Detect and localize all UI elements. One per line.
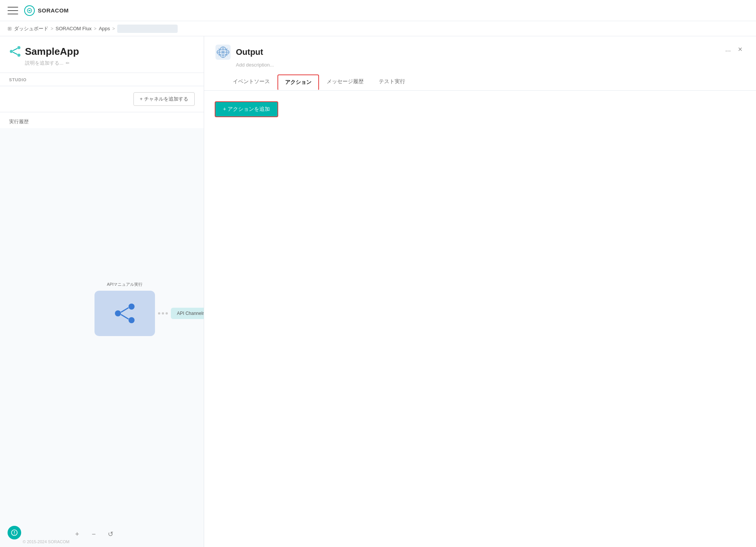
app-name: SampleApp	[25, 46, 79, 57]
node-share-icon	[113, 302, 136, 325]
tab-message-history[interactable]: メッセージ履歴	[319, 74, 371, 90]
support-icon	[11, 529, 18, 536]
svg-point-1	[10, 50, 13, 53]
breadcrumb-flux[interactable]: SORACOM Flux	[56, 26, 91, 31]
connector-dot-3	[166, 312, 168, 315]
connector-dot-1	[158, 312, 160, 315]
main-area: SampleApp 説明を追加する... ✏ STUDIO + チャネルを追加す…	[0, 36, 756, 547]
svg-point-8	[129, 317, 135, 323]
canvas-area: APIマニュアル実行	[0, 128, 204, 547]
node-connector	[158, 312, 168, 315]
breadcrumb-dashboard-icon: ⊞	[8, 26, 12, 31]
svg-line-9	[121, 308, 129, 312]
zoom-out-button[interactable]: −	[88, 529, 99, 539]
app-header: SampleApp 説明を追加する... ✏	[0, 36, 204, 73]
more-options-button[interactable]: ...	[723, 44, 733, 54]
top-navbar: SORACOM	[0, 0, 756, 21]
logo-text: SORACOM	[38, 7, 69, 14]
logo-area: SORACOM	[24, 5, 69, 16]
support-button[interactable]	[8, 526, 21, 539]
panel-desc: Add description...	[236, 62, 745, 68]
left-panel: SampleApp 説明を追加する... ✏ STUDIO + チャネルを追加す…	[0, 36, 204, 547]
add-action-button[interactable]: + アクションを追加	[215, 101, 278, 117]
channel-node[interactable]: API Channeln...	[171, 308, 204, 319]
output-icon	[215, 44, 231, 60]
app-desc-text: 説明を追加する...	[25, 60, 64, 67]
svg-point-6	[115, 310, 121, 316]
connector-dot-2	[162, 312, 164, 315]
svg-point-3	[17, 54, 20, 57]
svg-point-2	[17, 46, 20, 49]
studio-label: STUDIO	[9, 77, 26, 82]
bottom-left	[8, 526, 21, 539]
refresh-button[interactable]: ↺	[105, 529, 116, 539]
breadcrumb: ⊞ ダッシュボード > SORACOM Flux > Apps >	[8, 25, 178, 33]
svg-line-4	[13, 48, 17, 51]
breadcrumb-sep-3: >	[112, 26, 115, 31]
app-title-row: SampleApp	[9, 45, 195, 57]
soracom-logo-icon	[24, 5, 35, 16]
add-channel-button[interactable]: + チャネルを追加する	[133, 92, 195, 106]
panel-title-row: Output ... ×	[215, 44, 745, 60]
panel-header: Output ... × Add description... イベントソース …	[204, 36, 756, 91]
close-panel-button[interactable]: ×	[735, 44, 745, 54]
history-label: 実行履歴	[0, 112, 204, 128]
tabs-row: イベントソース アクション メッセージ履歴 テスト実行	[215, 74, 745, 90]
edit-desc-icon[interactable]: ✏	[66, 60, 70, 66]
tab-event-source[interactable]: イベントソース	[225, 74, 277, 90]
breadcrumb-dashboard[interactable]: ダッシュボード	[14, 25, 48, 32]
breadcrumb-bar: ⊞ ダッシュボード > SORACOM Flux > Apps >	[0, 21, 756, 36]
tab-test-run[interactable]: テスト実行	[371, 74, 413, 90]
flow-container: APIマニュアル実行	[94, 291, 204, 336]
node-box[interactable]: APIマニュアル実行	[94, 291, 155, 336]
app-desc: 説明を追加する... ✏	[9, 60, 195, 67]
svg-point-7	[129, 304, 135, 310]
breadcrumb-apps[interactable]: Apps	[99, 26, 110, 31]
node-label: APIマニュアル実行	[94, 282, 155, 287]
studio-bar: STUDIO	[0, 73, 204, 86]
right-panel: Output ... × Add description... イベントソース …	[204, 36, 756, 547]
app-share-icon	[9, 45, 21, 57]
panel-body: + アクションを追加	[204, 91, 756, 547]
channel-bar: + チャネルを追加する	[0, 86, 204, 112]
svg-line-10	[121, 315, 129, 319]
svg-line-5	[13, 52, 17, 54]
tab-action[interactable]: アクション	[277, 74, 319, 90]
header-right-buttons: ... ×	[723, 44, 745, 54]
hamburger-menu-button[interactable]	[8, 7, 18, 14]
panel-icon-title: Output	[215, 44, 263, 60]
breadcrumb-current	[117, 25, 178, 33]
canvas-controls: + − ↺	[72, 529, 116, 539]
copyright: © 2015-2024 SORACOM	[23, 539, 70, 544]
breadcrumb-sep-1: >	[51, 26, 53, 31]
zoom-in-button[interactable]: +	[72, 529, 82, 539]
breadcrumb-sep-2: >	[94, 26, 96, 31]
add-action-btn-label: + アクションを追加	[223, 106, 270, 113]
panel-title: Output	[236, 47, 263, 57]
flow-node: APIマニュアル実行	[94, 291, 204, 336]
